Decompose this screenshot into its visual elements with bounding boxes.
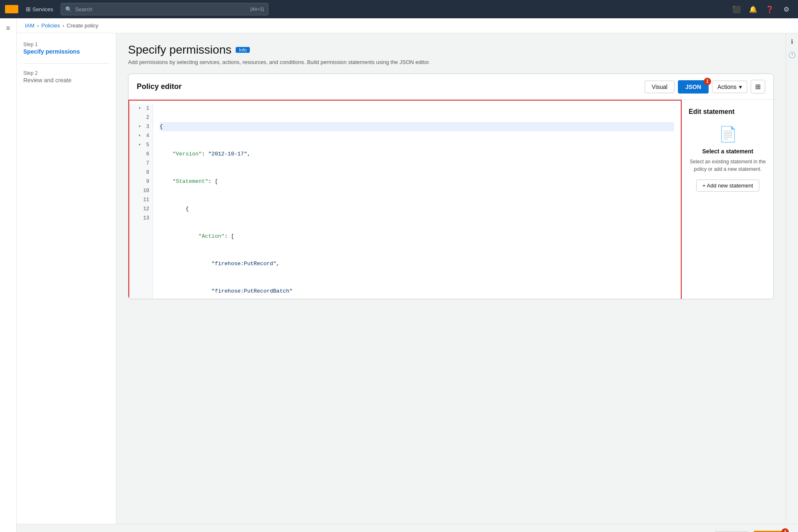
settings-icon[interactable]: ⚙ [780,2,793,16]
code-line-3: "Statement": [ [160,177,674,186]
line-num-4: ▾4 [136,131,149,140]
breadcrumb-policies[interactable]: Policies [41,22,60,29]
document-icon: 📄 [689,126,767,143]
code-lines[interactable]: { "Version": "2012-10-17", "Statement": … [153,104,681,299]
search-icon: 🔍 [65,6,72,12]
edit-statement-panel: Edit statement 📄 Select a statement Sele… [682,100,773,299]
right-panel-info-icon[interactable]: ℹ [787,37,797,47]
step2: Step 2 Review and create [23,70,109,84]
add-statement-panel-button[interactable]: + Add new statement [696,180,759,192]
navbar-icons: ⬛ 🔔 ❓ ⚙ [730,2,793,16]
line-num-1: ▾1 [136,104,149,113]
terminal-icon[interactable]: ⬛ [730,2,743,16]
step1: Step 1 Specify permissions [23,42,109,55]
fullscreen-button[interactable]: ⊞ [751,80,765,94]
line-num-11: 11 [136,195,149,204]
bottom-action-bar: Cancel Next › 3 [17,524,798,532]
grid-icon: ⊞ [26,6,31,12]
page-title-text: Specify permissions [128,43,232,57]
code-line-5: "Action": [ [160,232,674,241]
code-line-6: "firehose:PutRecord", [160,259,674,268]
steps-sidebar: Step 1 Specify permissions Step 2 Review… [17,33,116,524]
search-shortcut: [Alt+S] [250,7,264,12]
step1-label: Step 1 [23,42,109,47]
page-description: Add permissions by selecting services, a… [128,59,774,65]
breadcrumb-sep2: › [62,22,64,29]
help-icon[interactable]: ❓ [763,2,776,16]
code-editor-area[interactable]: ▾1 2 ▾3 ▾4 ▾5 6 7 8 9 [128,100,682,299]
services-label: Services [32,6,53,12]
select-statement-section: 📄 Select a statement Select an existing … [689,126,767,192]
step2-label: Step 2 [23,70,109,76]
actions-chevron-icon: ▾ [739,84,742,90]
main-area: Specify permissions Info Add permissions… [116,33,786,524]
line-numbers: ▾1 2 ▾3 ▾4 ▾5 6 7 8 9 [129,104,153,299]
code-line-7: "firehose:PutRecordBatch" [160,287,674,296]
right-panel: ℹ 🕐 [786,33,798,524]
actions-button[interactable]: Actions ▾ [712,81,747,93]
search-bar[interactable]: 🔍 [Alt+S] [61,3,268,15]
step2-title: Review and create [23,77,109,84]
json-badge: 1 [704,78,711,85]
policy-editor-header: Policy editor Visual JSON 1 Actions ▾ [128,74,773,100]
code-editor-border: ▾1 2 ▾3 ▾4 ▾5 6 7 8 9 [128,100,682,299]
line-num-9: 9 [136,177,149,186]
content-with-sidebar: Step 1 Specify permissions Step 2 Review… [17,33,798,524]
editor-buttons: Visual JSON 1 Actions ▾ ⊞ [645,80,765,94]
add-statement-panel-label: + Add new statement [702,182,753,189]
step1-title: Specify permissions [23,48,109,55]
content-layout: IAM › Policies › Create policy Step 1 Sp… [17,18,798,532]
right-panel-history-icon[interactable]: 🕐 [787,50,797,60]
breadcrumb: IAM › Policies › Create policy [17,18,798,33]
line-num-8: 8 [136,168,149,177]
breadcrumb-current: Create policy [67,22,99,29]
code-line-2: "Version": "2012-10-17", [160,150,674,159]
info-badge[interactable]: Info [236,47,250,53]
hamburger-icon[interactable]: ≡ [2,22,15,35]
navbar: ⊞ Services 🔍 [Alt+S] ⬛ 🔔 ❓ ⚙ [0,0,798,18]
edit-statement-title: Edit statement [689,108,767,116]
json-tab-button[interactable]: JSON 1 [678,80,709,94]
visual-tab-button[interactable]: Visual [645,81,675,93]
line-num-12: 12 [136,204,149,214]
line-num-13: 13 [136,214,149,223]
code-line-4: { [160,204,674,214]
spacer [128,299,774,524]
aws-logo [5,5,18,13]
line-num-3: ▾3 [136,122,149,131]
editor-body: ▾1 2 ▾3 ▾4 ▾5 6 7 8 9 [128,100,773,299]
code-line-1: { [160,122,674,131]
left-nav: ≡ [0,18,17,532]
services-menu[interactable]: ⊞ Services [23,4,56,14]
page-title: Specify permissions Info [128,43,774,57]
select-statement-desc: Select an existing statement in the poli… [689,158,767,173]
bell-icon[interactable]: 🔔 [746,2,760,16]
next-badge: 3 [781,528,789,532]
code-editor[interactable]: ▾1 2 ▾3 ▾4 ▾5 6 7 8 9 [129,101,681,299]
select-statement-heading: Select a statement [689,148,767,155]
policy-editor-card: Policy editor Visual JSON 1 Actions ▾ [128,74,774,299]
sidebar-divider [23,63,109,64]
breadcrumb-sep1: › [37,22,39,29]
line-num-7: 7 [136,159,149,168]
policy-editor-title: Policy editor [137,82,182,91]
breadcrumb-iam[interactable]: IAM [25,22,34,29]
line-num-5: ▾5 [136,140,149,150]
search-input[interactable] [75,6,247,12]
line-num-6: 6 [136,150,149,159]
line-num-2: 2 [136,113,149,122]
line-num-10: 10 [136,186,149,195]
